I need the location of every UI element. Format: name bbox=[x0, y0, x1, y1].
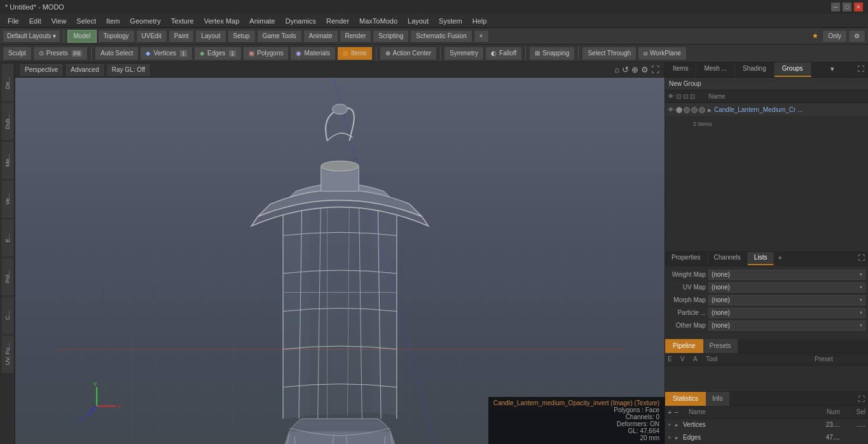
pipeline-tab[interactable]: Pipeline bbox=[665, 339, 703, 353]
menu-select[interactable]: Select bbox=[71, 16, 101, 26]
mode-schematic[interactable]: Schematic Fusion bbox=[410, 30, 472, 43]
sidebar-btn-de[interactable]: De... bbox=[1, 64, 14, 102]
mode-scripting[interactable]: Scripting bbox=[373, 30, 409, 43]
tab-properties[interactable]: Properties bbox=[665, 252, 708, 265]
mode-gametools[interactable]: Game Tools bbox=[257, 30, 302, 43]
menu-geometry[interactable]: Geometry bbox=[125, 16, 165, 26]
item-row-sub[interactable]: 2 Items bbox=[665, 117, 868, 131]
bp-tab-plus[interactable]: + bbox=[774, 252, 785, 265]
stat-expand-edges[interactable]: + bbox=[668, 434, 675, 441]
workplane-button[interactable]: ⧄ WorkPlane bbox=[638, 46, 687, 60]
close-button[interactable]: ✕ bbox=[854, 3, 863, 11]
menu-texture[interactable]: Texture bbox=[166, 16, 199, 26]
statistics-tab[interactable]: Statistics bbox=[665, 392, 706, 406]
mode-setup[interactable]: Setup bbox=[228, 30, 256, 43]
viewport[interactable]: Perspective Advanced Ray GL: Off ⌂ ↺ ⊕ ⚙… bbox=[15, 62, 665, 444]
gear-button[interactable]: ⚙ bbox=[848, 30, 865, 43]
mode-uvedit[interactable]: UVEdit bbox=[136, 30, 167, 43]
item-row-group[interactable]: 👁 ▸ Candle_Lantern_Medium_Cr ... bbox=[665, 103, 868, 117]
mode-animate[interactable]: Animate bbox=[303, 30, 338, 43]
falloff-button[interactable]: ◐ Falloff bbox=[485, 46, 522, 60]
tab-channels[interactable]: Channels bbox=[708, 252, 748, 265]
vp-icon-zoom[interactable]: ⊕ bbox=[631, 65, 638, 74]
sidebar-btn-c[interactable]: C... bbox=[1, 296, 14, 335]
stats-expand-icon[interactable]: ⛶ bbox=[855, 393, 868, 405]
menu-dynamics[interactable]: Dynamics bbox=[280, 16, 321, 26]
weight-map-dropdown[interactable]: (none) ▾ bbox=[708, 270, 865, 280]
minimize-button[interactable]: ─ bbox=[831, 3, 840, 11]
presets-button[interactable]: ⊙ Presets F6 bbox=[33, 46, 88, 60]
sidebar-btn-uv[interactable]: UV, Fu... bbox=[1, 335, 14, 373]
symmetry-button[interactable]: Symmetry bbox=[444, 46, 484, 60]
menu-vertex-map[interactable]: Vertex Map bbox=[199, 16, 245, 26]
dot4[interactable] bbox=[699, 107, 705, 113]
mode-plus[interactable]: + bbox=[474, 30, 489, 43]
vertices-button[interactable]: ◆ Vertices 1 bbox=[140, 46, 193, 60]
morph-map-dropdown[interactable]: (none) ▾ bbox=[708, 295, 865, 305]
menu-file[interactable]: File bbox=[3, 16, 24, 26]
polygons-button[interactable]: ▣ Polygons bbox=[243, 46, 289, 60]
advanced-button[interactable]: Advanced bbox=[66, 64, 103, 76]
only-button[interactable]: Only bbox=[822, 30, 847, 43]
eye-icon[interactable]: 👁 bbox=[668, 106, 674, 113]
bp-expand-icon[interactable]: ⛶ bbox=[855, 252, 868, 265]
maximize-button[interactable]: □ bbox=[843, 3, 851, 11]
menu-edit[interactable]: Edit bbox=[24, 16, 46, 26]
select-through-button[interactable]: Select Through bbox=[582, 46, 637, 60]
sidebar-btn-pol[interactable]: Pol... bbox=[1, 258, 14, 296]
tab-items[interactable]: Items bbox=[665, 62, 696, 77]
vp-icon-refresh[interactable]: ↺ bbox=[622, 65, 629, 74]
snapping-button[interactable]: ⊞ Snapping bbox=[529, 46, 575, 60]
action-center-button[interactable]: ⊕ Action Center bbox=[380, 46, 437, 60]
menu-system[interactable]: System bbox=[434, 16, 467, 26]
stats-remove-btn[interactable]: − bbox=[674, 408, 678, 416]
menu-view[interactable]: View bbox=[46, 16, 72, 26]
raygl-button[interactable]: Ray GL: Off bbox=[107, 64, 150, 76]
sculpt-button[interactable]: Sculpt bbox=[3, 46, 32, 60]
menu-render[interactable]: Render bbox=[321, 16, 354, 26]
stat-expand-vertices[interactable]: + bbox=[668, 422, 675, 428]
mode-model[interactable]: Model bbox=[67, 30, 96, 43]
vp-icon-settings[interactable]: ⚙ bbox=[641, 65, 649, 74]
uv-map-dropdown[interactable]: (none) ▾ bbox=[708, 282, 865, 293]
vp-icon-expand[interactable]: ⛶ bbox=[651, 65, 659, 74]
particle-dropdown[interactable]: (none) ▾ bbox=[708, 308, 865, 318]
tab-shading[interactable]: Shading bbox=[735, 62, 775, 77]
perspective-button[interactable]: Perspective bbox=[20, 64, 62, 76]
mode-layout[interactable]: Layout bbox=[195, 30, 226, 43]
sidebar-btn-dub[interactable]: Dub... bbox=[1, 102, 14, 141]
stat-row-edges[interactable]: + ▸ Edges 47.... bbox=[665, 431, 868, 444]
info-tab[interactable]: Info bbox=[706, 392, 729, 406]
mode-paint[interactable]: Paint bbox=[169, 30, 195, 43]
dot2[interactable] bbox=[684, 107, 690, 113]
edges-button[interactable]: ◈ Edges 1 bbox=[194, 46, 242, 60]
sidebar-btn-me[interactable]: Me... bbox=[1, 141, 14, 179]
vp-icon-home[interactable]: ⌂ bbox=[614, 65, 619, 74]
expand-icon[interactable]: ▸ bbox=[708, 106, 712, 114]
layout-dropdown[interactable]: Default Layouts ▾ bbox=[3, 30, 60, 43]
menu-item[interactable]: Item bbox=[101, 16, 125, 26]
items-button[interactable]: ◎ Items bbox=[337, 46, 372, 60]
tab-mesh[interactable]: Mesh ... bbox=[696, 62, 735, 77]
tab-groups[interactable]: Groups bbox=[775, 62, 811, 77]
menu-animate[interactable]: Animate bbox=[244, 16, 280, 26]
stats-add-btn[interactable]: + bbox=[668, 408, 672, 416]
tab-lists[interactable]: Lists bbox=[748, 252, 775, 265]
presets-tab[interactable]: Presets bbox=[703, 339, 738, 353]
menu-maxtomodo[interactable]: MaxToModo bbox=[354, 16, 403, 26]
other-map-dropdown[interactable]: (none) ▾ bbox=[708, 321, 865, 331]
rp-tab-arrow[interactable]: ▾ bbox=[827, 62, 838, 77]
menu-help[interactable]: Help bbox=[467, 16, 492, 26]
rp-expand-icon[interactable]: ⛶ bbox=[853, 62, 868, 77]
viewport-canvas[interactable]: X Y Z Candle_Lantern_medium_Opacity_inve… bbox=[15, 78, 665, 444]
dot1[interactable] bbox=[676, 107, 682, 113]
materials-button[interactable]: ◉ Materials bbox=[290, 46, 336, 60]
mode-render[interactable]: Render bbox=[340, 30, 372, 43]
sidebar-btn-ve[interactable]: Ve... bbox=[1, 180, 14, 218]
auto-select-button[interactable]: Auto Select bbox=[95, 46, 139, 60]
menu-layout[interactable]: Layout bbox=[403, 16, 434, 26]
mode-topology[interactable]: Topology bbox=[98, 30, 135, 43]
stat-row-vertices[interactable]: + ▸ Vertices 23.... ..... bbox=[665, 419, 868, 431]
sidebar-btn-e[interactable]: E... bbox=[1, 219, 14, 257]
dot3[interactable] bbox=[691, 107, 698, 113]
